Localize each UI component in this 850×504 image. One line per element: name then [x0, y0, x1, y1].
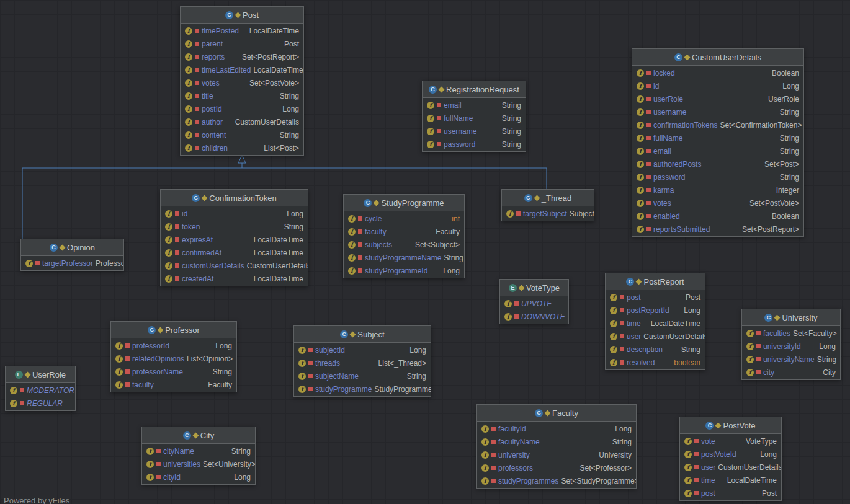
class-header[interactable]: EVoteType	[500, 280, 568, 296]
field-row[interactable]: fcycleint	[344, 212, 464, 225]
class-node-VoteType[interactable]: EVoteTypefUPVOTEfDOWNVOTE	[499, 279, 569, 324]
enum-constant-row[interactable]: fDOWNVOTE	[500, 310, 568, 323]
class-header[interactable]: CCustomUserDetails	[632, 49, 803, 66]
class-header[interactable]: CRegistrationRequest	[423, 81, 526, 98]
field-row[interactable]: fstudyProgrammeNameString	[344, 251, 464, 264]
field-row[interactable]: fcityIdLong	[142, 471, 255, 484]
class-node-Post[interactable]: CPostftimePostedLocalDateTimefparentPost…	[180, 6, 304, 156]
field-row[interactable]: fprofessorsSet<Professor>	[477, 461, 636, 474]
field-row[interactable]: fexpiresAtLocalDateTime	[161, 233, 308, 246]
field-row[interactable]: funiversityNameString	[742, 353, 840, 366]
class-node-Opinion[interactable]: COpinionftargetProfessorProfessor	[20, 239, 124, 271]
field-row[interactable]: fthreadsList<_Thread>	[294, 356, 431, 369]
diagram-canvas[interactable]: CPostftimePostedLocalDateTimefparentPost…	[0, 0, 850, 504]
field-row[interactable]: ffacultyFaculty	[111, 378, 236, 391]
field-row[interactable]: fresolvedboolean	[606, 356, 705, 369]
class-node-City[interactable]: CCityfcityNameStringfuniversitiesSet<Uni…	[141, 427, 256, 485]
field-row[interactable]: ftargetProfessorProfessor	[21, 257, 123, 270]
field-row[interactable]: funiversitiesSet<University>	[142, 458, 255, 471]
class-header[interactable]: CPostReport	[606, 273, 705, 290]
field-row[interactable]: fidLong	[161, 207, 308, 220]
class-node-StudyProgramme[interactable]: CStudyProgrammefcycleintffacultyFacultyf…	[343, 194, 465, 278]
field-row[interactable]: ftimePostedLocalDateTime	[181, 24, 303, 37]
field-row[interactable]: femailString	[632, 144, 803, 157]
field-row[interactable]: freportsSet<PostReport>	[181, 50, 303, 63]
field-row[interactable]: funiversityIdLong	[742, 340, 840, 353]
field-row[interactable]: fvotesSet<PostVote>	[181, 76, 303, 89]
class-header[interactable]: EUserRole	[6, 366, 75, 383]
field-row[interactable]: fparentPost	[181, 37, 303, 50]
field-row[interactable]: fuserCustomUserDetails	[680, 461, 781, 474]
field-row[interactable]: fpostPost	[606, 291, 705, 304]
field-row[interactable]: freportsSubmittedSet<PostReport>	[632, 223, 803, 236]
class-node-_Thread[interactable]: C_ThreadftargetSubjectSubject	[501, 189, 594, 221]
field-row[interactable]: fprofessorNameString	[111, 365, 236, 378]
field-row[interactable]: ftimeLocalDateTime	[680, 474, 781, 487]
field-row[interactable]: ffacultiesSet<Faculty>	[742, 327, 840, 340]
class-node-RegistrationRequest[interactable]: CRegistrationRequestfemailStringffullNam…	[422, 81, 526, 152]
field-row[interactable]: fdescriptionString	[606, 343, 705, 356]
class-node-University[interactable]: CUniversityffacultiesSet<Faculty>funiver…	[741, 309, 841, 380]
field-row[interactable]: frelatedOpinionsList<Opinion>	[111, 352, 236, 365]
field-row[interactable]: fcustomUserDetailsCustomUserDetails	[161, 259, 308, 272]
class-header[interactable]: CPostVote	[680, 417, 781, 434]
field-row[interactable]: ftimeLocalDateTime	[606, 317, 705, 330]
field-row[interactable]: fpostVoteIdLong	[680, 448, 781, 461]
field-row[interactable]: ffacultyFaculty	[344, 225, 464, 238]
field-row[interactable]: ffacultyIdLong	[477, 422, 636, 435]
field-row[interactable]: fchildrenList<Post>	[181, 141, 303, 154]
field-row[interactable]: ftimeLastEditedLocalDateTime	[181, 63, 303, 76]
field-row[interactable]: ffullNameString	[632, 131, 803, 144]
field-row[interactable]: fpostIdLong	[181, 102, 303, 115]
field-row[interactable]: fstudyProgrammeIdLong	[344, 264, 464, 277]
field-row[interactable]: fauthoredPostsSet<Post>	[632, 157, 803, 170]
class-header[interactable]: CFaculty	[477, 405, 636, 422]
field-row[interactable]: fkarmaInteger	[632, 183, 803, 197]
class-header[interactable]: CPost	[181, 7, 303, 24]
field-row[interactable]: fsubjectsSet<Subject>	[344, 238, 464, 251]
enum-constant-row[interactable]: fMODERATOR	[6, 384, 75, 397]
field-row[interactable]: ffacultyNameString	[477, 435, 636, 448]
field-row[interactable]: fvoteVoteType	[680, 435, 781, 448]
field-row[interactable]: fcityNameString	[142, 444, 255, 458]
field-row[interactable]: fenabledBoolean	[632, 210, 803, 223]
class-header[interactable]: CSubject	[294, 326, 431, 343]
class-header[interactable]: C_Thread	[502, 190, 594, 206]
class-node-Professor[interactable]: CProfessorfprofessorIdLongfrelatedOpinio…	[110, 321, 237, 392]
field-row[interactable]: femailString	[423, 99, 526, 112]
field-row[interactable]: ftokenString	[161, 220, 308, 233]
class-node-UserRole[interactable]: EUserRolefMODERATORfREGULAR	[5, 366, 76, 411]
field-row[interactable]: fpostReportIdLong	[606, 304, 705, 317]
field-row[interactable]: fsubjectIdLong	[294, 343, 431, 356]
field-row[interactable]: fstudyProgrammeStudyProgramme	[294, 382, 431, 396]
field-row[interactable]: fuserCustomUserDetails	[606, 330, 705, 343]
field-row[interactable]: fprofessorIdLong	[111, 339, 236, 352]
field-row[interactable]: fcontentString	[181, 128, 303, 141]
class-header[interactable]: CProfessor	[111, 322, 236, 338]
class-node-PostReport[interactable]: CPostReportfpostPostfpostReportIdLongfti…	[605, 273, 705, 370]
field-row[interactable]: fconfirmationTokensSet<ConfirmationToken…	[632, 118, 803, 131]
class-header[interactable]: CUniversity	[742, 309, 840, 326]
field-row[interactable]: fuserRoleUserRole	[632, 92, 803, 105]
class-header[interactable]: COpinion	[21, 239, 123, 256]
field-row[interactable]: fconfirmedAtLocalDateTime	[161, 246, 308, 259]
class-node-CustomUserDetails[interactable]: CCustomUserDetailsflockedBooleanfidLongf…	[632, 48, 804, 237]
class-node-PostVote[interactable]: CPostVotefvoteVoteTypefpostVoteIdLongfus…	[679, 417, 782, 501]
field-row[interactable]: fvotesSet<PostVote>	[632, 197, 803, 210]
field-row[interactable]: funiversityUniversity	[477, 448, 636, 461]
field-row[interactable]: fpostPost	[680, 487, 781, 500]
class-node-ConfirmationToken[interactable]: CConfirmationTokenfidLongftokenStringfex…	[160, 189, 308, 286]
field-row[interactable]: fsubjectNameString	[294, 369, 431, 382]
powered-by-yfiles-link[interactable]: Powered by yFiles	[4, 496, 69, 504]
class-header[interactable]: CConfirmationToken	[161, 190, 308, 206]
field-row[interactable]: fstudyProgrammesSet<StudyProgramme>	[477, 474, 636, 487]
class-node-Subject[interactable]: CSubjectfsubjectIdLongfthreadsList<_Thre…	[293, 325, 431, 397]
field-row[interactable]: ftitleString	[181, 89, 303, 102]
field-row[interactable]: fcreatedAtLocalDateTime	[161, 272, 308, 285]
field-row[interactable]: fauthorCustomUserDetails	[181, 115, 303, 128]
field-row[interactable]: fcityCity	[742, 366, 840, 379]
field-row[interactable]: fidLong	[632, 79, 803, 92]
field-row[interactable]: flockedBoolean	[632, 66, 803, 79]
class-header[interactable]: CStudyProgramme	[344, 195, 464, 211]
field-row[interactable]: ftargetSubjectSubject	[502, 207, 594, 220]
